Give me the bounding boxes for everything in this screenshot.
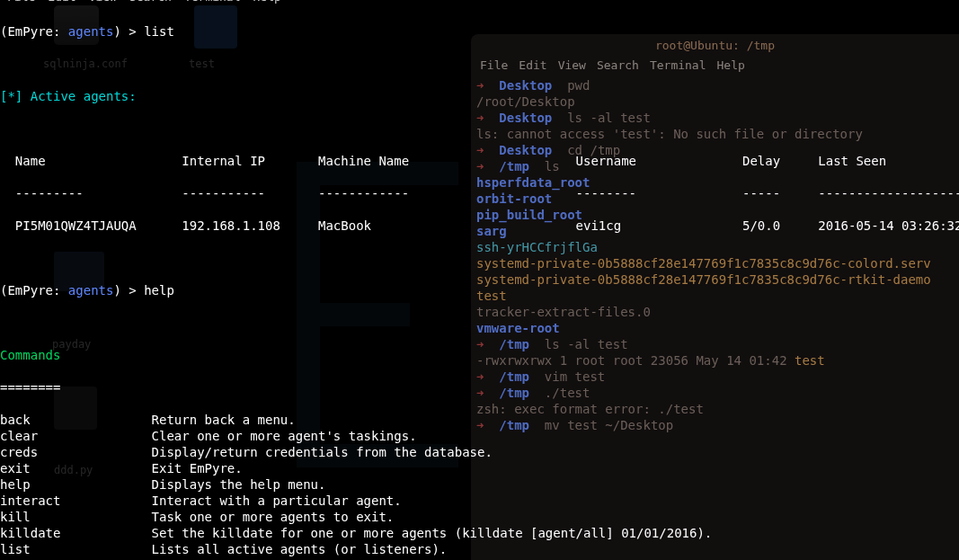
- help-row: back Return back a menu.: [0, 412, 959, 428]
- command-help: help: [144, 283, 174, 298]
- help-row: help Displays the help menu.: [0, 476, 959, 493]
- agents-table-rule: --------- ----------- ------------ -----…: [0, 185, 959, 201]
- prompt-context: agents: [68, 24, 114, 39]
- agents-table-rows: PI5M01QWZ4TJAUQA 192.168.1.108 MacBook e…: [0, 218, 959, 234]
- prompt-open: (EmPyre:: [0, 24, 68, 39]
- help-row: exit Exit EmPyre.: [0, 460, 959, 476]
- help-title: Commands: [0, 348, 60, 362]
- table-row: PI5M01QWZ4TJAUQA 192.168.1.108 MacBook e…: [0, 218, 959, 234]
- help-row: interact Interact with a particular agen…: [0, 493, 959, 509]
- prompt-close: ) >: [113, 24, 144, 39]
- help-row: list Lists all active agents (or listene…: [0, 541, 959, 557]
- agents-table-header: Name Internal IP Machine Name Username D…: [0, 153, 959, 169]
- command-list: list: [144, 24, 174, 39]
- terminal-output[interactable]: (EmPyre: agents) > list [*] Active agent…: [0, 4, 959, 560]
- help-row: killdate Set the killdate for one or mor…: [0, 525, 959, 541]
- help-commands: back Return back a menu.clear Clear one …: [0, 412, 959, 560]
- help-row: kill Task one or more agents to exit.: [0, 509, 959, 525]
- active-agents-header: [*] Active agents:: [0, 89, 137, 103]
- help-row: clear Clear one or more agent's taskings…: [0, 428, 959, 444]
- help-row: creds Display/return credentials from th…: [0, 444, 959, 460]
- help-rule: ========: [0, 380, 60, 395]
